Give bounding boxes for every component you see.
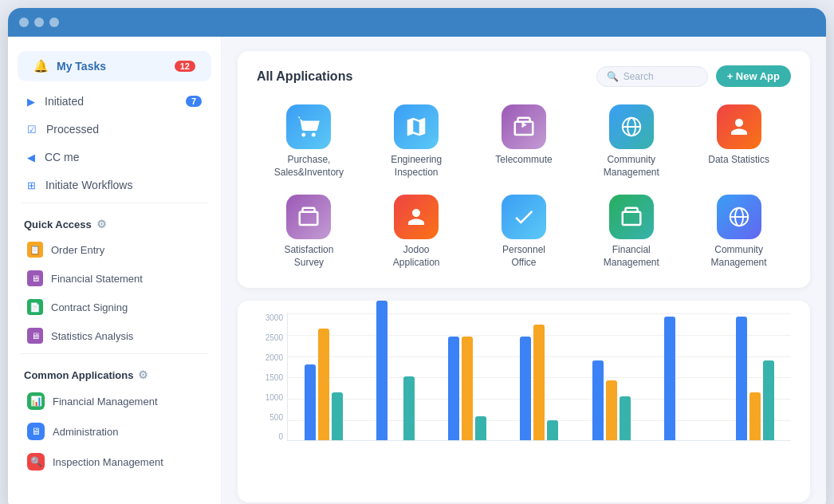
processed-label: Processed — [46, 123, 99, 136]
app-item-community-mgmt1[interactable]: CommunityManagement — [579, 100, 683, 183]
quick-access-label: Quick Access — [24, 219, 92, 230]
bar-blue-5 — [592, 360, 604, 440]
y-axis: 3000 2500 2000 1500 1000 500 0 — [257, 313, 287, 441]
community-mgmt2-icon — [717, 195, 761, 239]
app-item-telecommute[interactable]: Telecommute — [472, 100, 576, 183]
data-stats-label: Data Statistics — [708, 154, 769, 167]
bar-orange-5 — [606, 380, 617, 440]
app-item-data-stats[interactable]: Data Statistics — [686, 100, 791, 183]
satisfaction-label: SatisfactionSurvey — [284, 244, 333, 269]
titlebar-dot-2 — [34, 18, 44, 27]
titlebar-dot-3 — [49, 18, 59, 27]
chart-panel: 3000 2500 2000 1500 1000 500 0 — [238, 301, 810, 502]
workflows-label: Initiate Workflows — [45, 179, 132, 191]
ccme-label: CC me — [45, 151, 80, 163]
divider-2 — [21, 353, 208, 354]
personnel-icon — [502, 195, 546, 239]
common-apps-header: Common Applications ⚙ — [8, 357, 221, 386]
bell-icon: 🔔 — [33, 59, 49, 73]
bar-group-5 — [576, 360, 647, 440]
search-icon: 🔍 — [607, 71, 619, 82]
app-grid: Purchase,Sales&Inventory EngineeringInsp… — [257, 100, 791, 274]
sidebar-item-initiate-workflows[interactable]: ⊞ Initiate Workflows — [11, 171, 218, 199]
financial-mgmt2-icon — [609, 195, 654, 239]
bar-teal-3 — [475, 416, 486, 440]
administration-label: Administration — [53, 426, 118, 438]
all-apps-title: All Applications — [257, 69, 352, 84]
bar-blue-3 — [448, 337, 459, 440]
main-content: All Applications 🔍 Search + New App — [222, 37, 826, 504]
my-tasks-badge: 12 — [175, 61, 195, 72]
bar-group-7 — [719, 317, 791, 440]
processed-icon: ☑ — [27, 124, 37, 136]
workflows-icon: ⊞ — [27, 179, 36, 191]
titlebar — [8, 8, 826, 37]
my-tasks-label: My Tasks — [57, 60, 167, 73]
bar-blue-6 — [664, 317, 675, 440]
quick-access-header: Quick Access ⚙ — [8, 207, 221, 235]
bar-blue-2 — [376, 301, 387, 440]
bars-area — [287, 313, 791, 441]
all-apps-header: All Applications 🔍 Search + New App — [257, 65, 791, 87]
purchase-icon — [286, 104, 331, 149]
bar-teal-2 — [403, 376, 415, 440]
bar-orange-1 — [318, 329, 329, 440]
sidebar-item-financial-statement[interactable]: 🖥 Financial Statement — [11, 265, 218, 292]
purchase-label: Purchase,Sales&Inventory — [274, 154, 344, 179]
bar-teal-4 — [547, 420, 558, 440]
engineering-icon — [394, 104, 439, 149]
sidebar-item-order-entry[interactable]: 📋 Order Entry — [11, 236, 218, 263]
bar-blue-7 — [736, 317, 747, 440]
statistics-analysis-icon: 🖥 — [27, 328, 43, 344]
jodoo-icon — [394, 195, 439, 239]
search-box[interactable]: 🔍 Search — [596, 66, 708, 87]
content-area: 🔔 My Tasks 12 ▶ Initiated 7 ☑ Processed … — [8, 37, 826, 504]
common-apps-gear-icon[interactable]: ⚙ — [138, 368, 148, 381]
app-item-purchase[interactable]: Purchase,Sales&Inventory — [257, 100, 361, 183]
new-app-button[interactable]: + New App — [716, 65, 791, 87]
sidebar-item-contract-signing[interactable]: 📄 Contract Signing — [11, 293, 218, 321]
bar-teal-1 — [332, 392, 343, 440]
sidebar-item-processed[interactable]: ☑ Processed — [11, 116, 218, 143]
initiated-badge: 7 — [186, 96, 202, 107]
app-item-satisfaction[interactable]: SatisfactionSurvey — [257, 190, 361, 274]
telecommute-label: Telecommute — [495, 154, 552, 167]
panel-actions: 🔍 Search + New App — [596, 65, 791, 87]
my-tasks-item[interactable]: 🔔 My Tasks 12 — [18, 51, 211, 81]
bar-group-6 — [647, 317, 719, 440]
y-label-0: 0 — [278, 432, 283, 441]
financial-statement-label: Financial Statement — [51, 273, 143, 285]
community-mgmt1-label: CommunityManagement — [604, 154, 659, 179]
y-label-500: 500 — [269, 413, 283, 422]
quick-access-gear-icon[interactable]: ⚙ — [96, 218, 107, 230]
personnel-label: PersonnelOffice — [502, 244, 545, 269]
bar-blue-4 — [520, 337, 531, 440]
chart-container: 3000 2500 2000 1500 1000 500 0 — [257, 313, 791, 457]
app-item-financial-mgmt2[interactable]: FinancialManagement — [579, 190, 683, 274]
titlebar-dot-1 — [19, 18, 29, 27]
sidebar-item-statistics-analysis[interactable]: 🖥 Statistics Analysis — [11, 322, 218, 349]
sidebar-item-inspection-management[interactable]: 🔍 Inspection Management — [11, 447, 218, 476]
sidebar-item-administration[interactable]: 🖥 Administration — [11, 417, 218, 446]
financial-statement-icon: 🖥 — [27, 270, 43, 286]
common-apps-label: Common Applications — [24, 369, 133, 381]
order-entry-label: Order Entry — [51, 244, 104, 256]
sidebar-item-financial-management[interactable]: 📊 Financial Management — [11, 387, 218, 415]
y-label-2500: 2500 — [266, 333, 283, 342]
y-label-3000: 3000 — [266, 313, 283, 322]
app-item-engineering[interactable]: EngineeringInspection — [364, 100, 469, 183]
telecommute-icon — [502, 104, 546, 149]
statistics-analysis-label: Statistics Analysis — [51, 330, 133, 342]
engineering-label: EngineeringInspection — [391, 154, 442, 179]
inspection-management-label: Inspection Management — [53, 456, 163, 468]
community-mgmt2-label: CommunityManagement — [711, 244, 767, 269]
app-item-jodoo[interactable]: JodooApplication — [364, 190, 469, 274]
all-apps-panel: All Applications 🔍 Search + New App — [238, 51, 810, 288]
app-item-community-mgmt2[interactable]: CommunityManagement — [686, 190, 791, 274]
sidebar-item-initiated[interactable]: ▶ Initiated 7 — [11, 88, 218, 115]
y-label-1000: 1000 — [266, 393, 283, 402]
sidebar-item-ccme[interactable]: ◀ CC me — [11, 144, 218, 171]
app-item-personnel[interactable]: PersonnelOffice — [472, 190, 576, 274]
inspection-management-icon: 🔍 — [27, 453, 45, 471]
search-placeholder: Search — [624, 71, 654, 82]
